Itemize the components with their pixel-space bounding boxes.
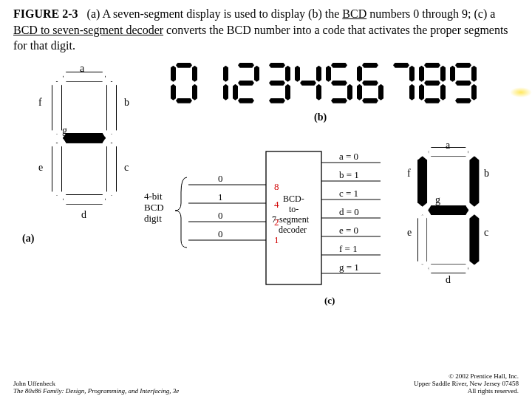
svg-text:0: 0 <box>218 228 223 239</box>
svg-text:1: 1 <box>218 191 223 202</box>
seg-label-d: d <box>81 209 86 221</box>
result-seg-g <box>428 205 467 214</box>
caption-t2: numbers 0 through 9; (c) a <box>366 7 495 20</box>
result-seg-f <box>417 156 426 205</box>
svg-text:b = 1: b = 1 <box>339 169 359 180</box>
caption-u1: BCD <box>342 7 366 20</box>
res-lbl-e: e <box>407 227 412 239</box>
figure-caption: FIGURE 2-3 (a) A seven-segment display i… <box>0 0 532 55</box>
panel-b: (b) <box>166 63 506 137</box>
digit-2 <box>233 63 259 104</box>
footer-pub1: © 2002 Prentice Hall, Inc. <box>414 372 519 380</box>
footer-author: John Uffenbeck <box>13 380 179 387</box>
svg-text:g = 1: g = 1 <box>339 262 359 273</box>
seg-label-f: f <box>38 97 42 109</box>
digit-9 <box>450 63 477 104</box>
svg-text:0: 0 <box>218 173 223 184</box>
dec-t1: BCD- <box>283 194 304 204</box>
seg-label-c: c <box>124 162 129 174</box>
res-lbl-f: f <box>407 168 411 180</box>
footer-pub3: All rights reserved. <box>414 387 519 395</box>
digit-3 <box>264 63 290 104</box>
panel-b-tag: (b) <box>314 112 327 123</box>
weight-2: 2 <box>274 216 279 228</box>
in-label-2: BCD <box>144 202 164 213</box>
segment-c <box>106 143 115 194</box>
svg-text:d = 0: d = 0 <box>339 206 359 217</box>
segment-d <box>63 194 104 203</box>
segment-b <box>106 81 115 133</box>
digit-4 <box>295 63 321 104</box>
dec-t4: decoder <box>279 225 307 235</box>
digit-8 <box>419 63 446 104</box>
panel-c: 8 4 2 1 4-bit BCD digit 0100 BCD- to- 7-… <box>144 137 514 321</box>
svg-text:a = 0: a = 0 <box>339 151 358 162</box>
weight-4: 4 <box>274 199 279 211</box>
res-lbl-b: b <box>484 168 489 180</box>
result-seg-c <box>469 214 477 264</box>
seg-label-e: e <box>38 162 43 174</box>
footer-left: John Uffenbeck The 80x86 Family: Design,… <box>13 380 179 395</box>
in-label-3: digit <box>144 213 162 224</box>
svg-text:0: 0 <box>218 210 223 221</box>
caption-u2: BCD to seven-segment decoder <box>13 24 163 36</box>
digit-0 <box>171 63 197 104</box>
digit-1 <box>202 63 228 104</box>
panel-a: a b c d e f g (a) <box>22 64 148 264</box>
footer-pub2: Upper Saddle River, New Jersey 07458 <box>414 380 519 387</box>
footer-book: The 80x86 Family: Design, Programming, a… <box>13 387 179 395</box>
figure-stage: a b c d e f g (a) (b) 8 4 2 1 4-bit BCD … <box>0 55 532 336</box>
footer: John Uffenbeck The 80x86 Family: Design,… <box>13 372 519 395</box>
seven-segment-outline <box>52 72 115 205</box>
segment-g <box>63 133 104 142</box>
digit-7 <box>388 63 415 104</box>
result-display <box>417 147 478 273</box>
res-lbl-d: d <box>446 274 451 286</box>
figure-number: FIGURE 2-3 <box>13 7 78 20</box>
res-lbl-g: g <box>435 194 440 206</box>
svg-text:c = 1: c = 1 <box>339 188 358 199</box>
svg-text:e = 0: e = 0 <box>339 225 358 236</box>
footer-right: © 2002 Prentice Hall, Inc. Upper Saddle … <box>414 372 519 395</box>
result-seg-b <box>469 156 477 205</box>
res-lbl-c: c <box>484 227 488 239</box>
segment-f <box>52 81 61 133</box>
weight-8: 8 <box>274 181 279 193</box>
result-seg-e <box>417 214 426 264</box>
result-seg-d <box>428 263 467 271</box>
seg-label-b: b <box>124 97 129 109</box>
weight-1: 1 <box>274 234 279 246</box>
in-label-1: 4-bit <box>144 191 163 202</box>
caption-t1: (a) A seven-segment display is used to d… <box>87 7 343 20</box>
panel-c-tag: (c) <box>324 295 335 306</box>
segment-e <box>52 143 61 194</box>
digit-6 <box>357 63 383 104</box>
svg-text:f = 1: f = 1 <box>339 243 358 254</box>
seg-label-a: a <box>80 63 84 75</box>
res-lbl-a: a <box>446 140 450 151</box>
digit-row <box>171 63 506 104</box>
digit-5 <box>326 63 352 104</box>
panel-a-tag: (a) <box>22 233 34 245</box>
dec-t2: to- <box>289 204 299 214</box>
seg-label-g: g <box>62 125 67 137</box>
